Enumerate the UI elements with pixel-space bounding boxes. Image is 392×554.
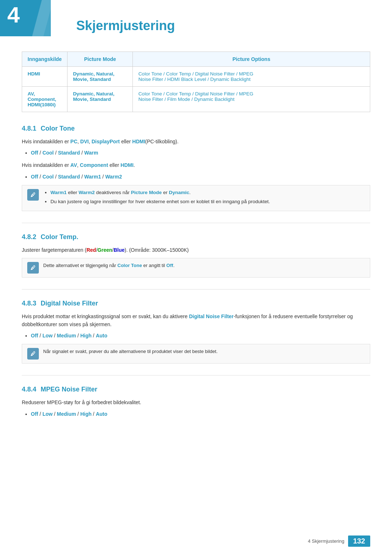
col-source: Inngangskilde xyxy=(22,52,68,67)
section-heading-4-8-2: 4.8.2 Color Temp. xyxy=(22,233,370,241)
footer-text: 4 Skjermjustering xyxy=(308,538,344,544)
section-title-4-8-3: Digital Noise Filter xyxy=(41,300,98,307)
section-title-4-8-4: MPEG Noise Filter xyxy=(41,386,97,393)
cell-mode-2: Dynamic, Natural,Movie, Standard xyxy=(68,87,133,112)
cell-source-2: AV,Component,HDMI(1080i) xyxy=(22,87,68,112)
note-box-4-8-2: Dette alternativet er tilgjengelig når C… xyxy=(22,258,370,278)
note-bullets-4-8-1: Warm1 eller Warm2 deaktiveres når Pictur… xyxy=(50,189,270,206)
chapter-title: Skjermjustering xyxy=(76,11,370,33)
section-title-4-8-1: Color Tone xyxy=(41,125,75,132)
cell-source-1: HDMI xyxy=(22,67,68,87)
section-4-8-1: 4.8.1 Color Tone Hvis inndatakilden er P… xyxy=(22,125,370,211)
section-heading-4-8-3: 4.8.3 Digital Noise Filter xyxy=(22,300,370,307)
section-title-4-8-2: Color Temp. xyxy=(41,233,78,241)
divider-2 xyxy=(22,289,370,290)
section-heading-4-8-4: 4.8.4 MPEG Noise Filter xyxy=(22,386,370,393)
section-4-8-3: 4.8.3 Digital Noise Filter Hvis produkte… xyxy=(22,300,370,364)
list-item: Off / Cool / Standard / Warm1 / Warm2 xyxy=(31,173,370,181)
list-item: Off / Low / Medium / High / Auto xyxy=(31,410,370,418)
note-icon-4-8-1 xyxy=(27,189,39,201)
section-num-4-8-1: 4.8.1 xyxy=(22,125,36,132)
section-heading-4-8-1: 4.8.1 Color Tone xyxy=(22,125,370,132)
content-area: Inngangskilde Picture Mode Picture Optio… xyxy=(0,52,392,418)
note-box-4-8-3: Når signalet er svakt, prøver du alle al… xyxy=(22,344,370,364)
divider-3 xyxy=(22,375,370,376)
cell-options-2: Color Tone / Color Temp / Digital Noise … xyxy=(133,87,370,112)
section-4-8-1-intro2: Hvis inndatakilden er AV, Component elle… xyxy=(22,161,370,169)
list-item: Off / Low / Medium / High / Auto xyxy=(31,332,370,340)
main-table: Inngangskilde Picture Mode Picture Optio… xyxy=(22,52,370,112)
page: 4 Skjermjustering Inngangskilde Picture … xyxy=(0,0,392,554)
section-4-8-2-body: Justerer fargetemperaturen (Red/Green/Bl… xyxy=(22,246,370,254)
chapter-number: 4 xyxy=(7,4,20,26)
note-box-4-8-1: Warm1 eller Warm2 deaktiveres når Pictur… xyxy=(22,185,370,212)
footer-page-number: 132 xyxy=(348,535,370,547)
divider-1 xyxy=(22,223,370,223)
list-item: Warm1 eller Warm2 deaktiveres når Pictur… xyxy=(50,189,270,196)
col-options: Picture Options xyxy=(133,52,370,67)
section-4-8-1-intro1: Hvis inndatakilden er PC, DVI, DisplayPo… xyxy=(22,138,370,145)
note-content-4-8-2: Dette alternativet er tilgjengelig når C… xyxy=(43,262,175,269)
footer: 4 Skjermjustering 132 xyxy=(308,535,370,547)
header-bg: 4 xyxy=(0,0,51,36)
table-row: HDMI Dynamic, Natural,Movie, Standard Co… xyxy=(22,67,370,87)
note-icon-4-8-3 xyxy=(27,348,39,360)
col-mode: Picture Mode xyxy=(68,52,133,67)
section-4-8-3-bullets: Off / Low / Medium / High / Auto xyxy=(31,332,370,340)
section-4-8-4: 4.8.4 MPEG Noise Filter Reduserer MPEG-s… xyxy=(22,386,370,418)
table-header-row: Inngangskilde Picture Mode Picture Optio… xyxy=(22,52,370,67)
note-icon-4-8-2 xyxy=(27,262,39,274)
section-4-8-3-body: Hvis produktet mottar et kringkastingssi… xyxy=(22,312,370,329)
section-num-4-8-4: 4.8.4 xyxy=(22,386,36,393)
cell-options-1: Color Tone / Color Temp / Digital Noise … xyxy=(133,67,370,87)
section-num-4-8-2: 4.8.2 xyxy=(22,233,36,241)
section-4-8-4-bullets: Off / Low / Medium / High / Auto xyxy=(31,410,370,418)
section-4-8-1-bullets1: Off / Cool / Standard / Warm xyxy=(31,149,370,157)
section-4-8-4-body: Reduserer MPEG-støy for å gi forbedret b… xyxy=(22,398,370,406)
section-4-8-1-bullets2: Off / Cool / Standard / Warm1 / Warm2 xyxy=(31,173,370,181)
note-content-4-8-1: Warm1 eller Warm2 deaktiveres når Pictur… xyxy=(43,189,270,208)
list-item: Du kan justere og lagre innstillinger fo… xyxy=(50,198,270,205)
cell-mode-1: Dynamic, Natural,Movie, Standard xyxy=(68,67,133,87)
header-section: 4 Skjermjustering xyxy=(0,0,392,41)
section-num-4-8-3: 4.8.3 xyxy=(22,300,36,307)
header-bg-inner: 4 xyxy=(0,0,51,36)
list-item: Off / Cool / Standard / Warm xyxy=(31,149,370,157)
note-content-4-8-3: Når signalet er svakt, prøver du alle al… xyxy=(43,348,218,355)
section-4-8-2: 4.8.2 Color Temp. Justerer fargetemperat… xyxy=(22,233,370,277)
table-row: AV,Component,HDMI(1080i) Dynamic, Natura… xyxy=(22,87,370,112)
